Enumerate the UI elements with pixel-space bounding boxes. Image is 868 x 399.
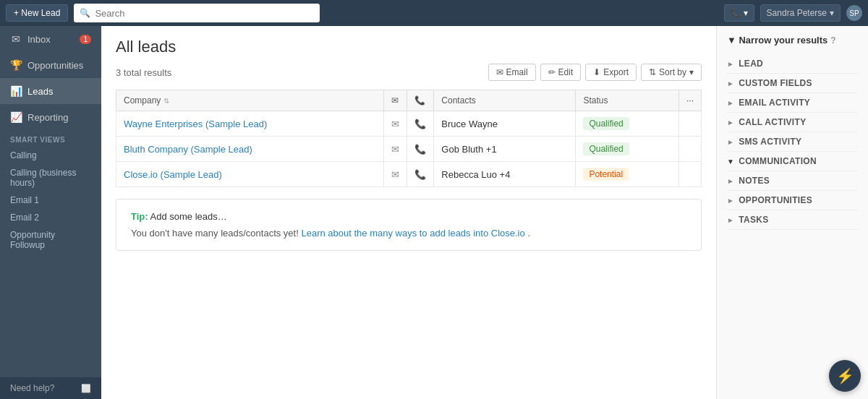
tip-link[interactable]: Learn about the many ways to add leads i… xyxy=(301,228,524,239)
column-contacts: Contacts xyxy=(434,90,576,111)
call-dropdown-arrow: ▾ xyxy=(744,8,748,18)
avatar[interactable]: SP xyxy=(846,5,862,21)
tip-body: You don't have many leads/contacts yet! … xyxy=(131,228,686,239)
tip-subtitle: Add some leads… xyxy=(150,211,227,222)
tip-box: Tip: Add some leads… You don't have many… xyxy=(116,199,702,251)
column-company[interactable]: Company ⇅ xyxy=(116,90,384,111)
smart-view-email2[interactable]: Email 2 xyxy=(0,209,101,226)
filter-label: TASKS xyxy=(739,215,768,225)
filter-call-activity[interactable]: ► CALL ACTIVITY xyxy=(727,113,858,132)
phone-action-cell[interactable]: 📞 xyxy=(407,162,434,187)
phone-action-cell[interactable]: 📞 xyxy=(407,137,434,162)
smart-view-opportunity-followup[interactable]: Opportunity Followup xyxy=(0,226,101,254)
sidebar-item-leads[interactable]: 📊 Leads xyxy=(0,78,101,104)
sidebar-item-reporting[interactable]: 📈 Reporting xyxy=(0,104,101,130)
main-content: All leads 3 total results ✉ Email ✏ Edit… xyxy=(101,26,716,399)
call-button[interactable]: 📞 ▾ xyxy=(724,4,754,22)
filter-arrow-icon: ► xyxy=(727,119,734,126)
filter-arrow-icon: ► xyxy=(727,197,734,205)
right-panel: ▼ Narrow your results ? ► LEAD ► CUSTOM … xyxy=(716,26,868,399)
filter-notes[interactable]: ► NOTES xyxy=(727,171,858,191)
sidebar-item-opportunities[interactable]: 🏆 Opportunities xyxy=(0,52,101,78)
filter-label: COMMUNICATION xyxy=(739,156,817,166)
company-link-closeio[interactable]: Close.io (Sample Lead) xyxy=(124,169,222,180)
filter-sms-activity[interactable]: ► SMS ACTIVITY xyxy=(727,132,858,152)
help-icon[interactable]: ? xyxy=(830,35,835,46)
inbox-icon: ✉ xyxy=(10,33,22,45)
sidebar-item-inbox[interactable]: ✉ Inbox 1 xyxy=(0,26,101,52)
tip-title: Tip: xyxy=(131,211,148,222)
smart-views-label: SMART VIEWS xyxy=(0,130,101,147)
filter-opportunities[interactable]: ► OPPORTUNITIES xyxy=(727,191,858,210)
inbox-badge: 1 xyxy=(80,35,91,44)
user-dropdown-arrow: ▾ xyxy=(830,8,834,18)
filter-label: CALL ACTIVITY xyxy=(739,117,806,127)
results-count: 3 total results xyxy=(116,67,171,78)
sort-icon: ⇅ xyxy=(649,67,656,77)
need-help-button[interactable]: Need help? ⬜ xyxy=(0,377,101,399)
company-link-wayne[interactable]: Wayne Enterprises (Sample Lead) xyxy=(124,119,267,129)
phone-action-cell[interactable]: 📞 xyxy=(407,111,434,137)
help-fab-button[interactable]: ⚡ xyxy=(829,360,861,392)
sidebar-leads-label: Leads xyxy=(27,86,53,97)
more-cell[interactable] xyxy=(678,111,701,137)
status-cell: Potential xyxy=(576,162,679,187)
filter-label: EMAIL ACTIVITY xyxy=(739,98,810,108)
column-more[interactable]: ··· xyxy=(678,90,701,111)
export-btn-label: Export xyxy=(603,67,629,77)
contacts-cell: Bruce Wayne xyxy=(434,111,576,137)
email-action-cell[interactable]: ✉ xyxy=(384,137,407,162)
filter-custom-fields[interactable]: ► CUSTOM FIELDS xyxy=(727,74,858,93)
filter-arrow-icon: ► xyxy=(727,138,734,146)
column-phone-icon: 📞 xyxy=(407,90,434,111)
page-title: All leads xyxy=(116,38,702,56)
email-action-cell[interactable]: ✉ xyxy=(384,162,407,187)
user-menu-button[interactable]: Sandra Peterse ▾ xyxy=(760,4,841,22)
filter-lead[interactable]: ► LEAD xyxy=(727,54,858,74)
filter-communication[interactable]: ▼ COMMUNICATION xyxy=(727,152,858,171)
status-badge: Qualified xyxy=(583,142,629,155)
column-email-icon: ✉ xyxy=(384,90,407,111)
export-button[interactable]: ⬇ Export xyxy=(585,64,637,81)
search-wrapper: 🔍 xyxy=(74,4,320,22)
user-name: Sandra Peterse xyxy=(767,8,827,18)
smart-view-calling-business[interactable]: Calling (business hours) xyxy=(0,164,101,192)
email-button[interactable]: ✉ Email xyxy=(488,64,536,81)
company-cell: Wayne Enterprises (Sample Lead) xyxy=(116,111,384,137)
smart-view-calling[interactable]: Calling xyxy=(0,147,101,164)
company-cell: Bluth Company (Sample Lead) xyxy=(116,137,384,162)
company-cell: Close.io (Sample Lead) xyxy=(116,162,384,187)
email-btn-label: Email xyxy=(506,67,528,77)
table-row: Wayne Enterprises (Sample Lead) ✉ 📞 Bruc… xyxy=(116,111,702,137)
edit-button[interactable]: ✏ Edit xyxy=(540,64,582,81)
narrow-results-title: ▼ Narrow your results ? xyxy=(727,35,858,46)
filter-tasks[interactable]: ► TASKS xyxy=(727,210,858,230)
sort-button[interactable]: ⇅ Sort by ▾ xyxy=(641,64,702,81)
action-buttons: ✉ Email ✏ Edit ⬇ Export ⇅ Sort by ▾ xyxy=(488,64,702,81)
new-lead-button[interactable]: + New Lead xyxy=(6,4,68,22)
more-cell[interactable] xyxy=(678,162,701,187)
table-row: Close.io (Sample Lead) ✉ 📞 Rebecca Luo +… xyxy=(116,162,702,187)
sort-btn-label: Sort by xyxy=(659,67,686,77)
contacts-cell: Gob Bluth +1 xyxy=(434,137,576,162)
filter-label: OPPORTUNITIES xyxy=(739,195,812,205)
edit-btn-label: Edit xyxy=(558,67,574,77)
column-status: Status xyxy=(576,90,679,111)
email-action-cell[interactable]: ✉ xyxy=(384,111,407,137)
results-bar: 3 total results ✉ Email ✏ Edit ⬇ Export … xyxy=(116,64,702,81)
top-nav: + New Lead 🔍 📞 ▾ Sandra Peterse ▾ SP xyxy=(0,0,868,26)
reporting-icon: 📈 xyxy=(10,111,22,123)
filter-arrow-icon: ► xyxy=(727,80,734,87)
search-input[interactable] xyxy=(95,8,314,19)
body: ✉ Inbox 1 🏆 Opportunities 📊 Leads 📈 Repo… xyxy=(0,26,868,399)
narrow-title-text: ▼ Narrow your results xyxy=(727,35,827,46)
filter-email-activity[interactable]: ► EMAIL ACTIVITY xyxy=(727,93,858,113)
filter-arrow-icon: ► xyxy=(727,99,734,107)
tip-header: Tip: Add some leads… xyxy=(131,211,686,222)
smart-view-email1[interactable]: Email 1 xyxy=(0,192,101,209)
company-link-bluth[interactable]: Bluth Company (Sample Lead) xyxy=(124,144,252,155)
filter-arrow-icon: ▼ xyxy=(727,158,734,166)
status-cell: Qualified xyxy=(576,137,679,162)
filter-label: CUSTOM FIELDS xyxy=(739,78,812,88)
more-cell[interactable] xyxy=(678,137,701,162)
